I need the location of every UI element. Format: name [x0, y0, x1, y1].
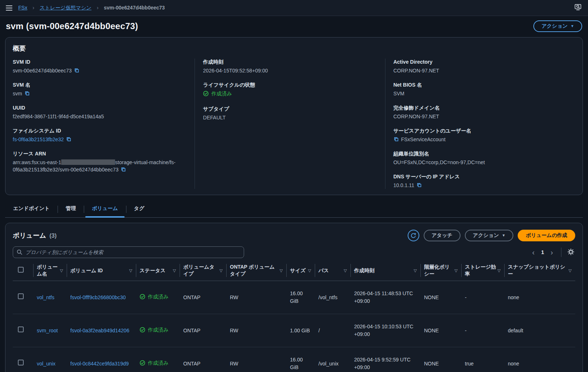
column-header-path: パス [318, 267, 329, 274]
status-badge: 作成済み [140, 359, 168, 367]
copy-icon[interactable] [121, 167, 126, 172]
column-header-size: サイズ [290, 267, 306, 274]
sort-icon[interactable]: ▽ [308, 267, 311, 274]
table-settings-button[interactable] [567, 248, 575, 257]
tab-tags[interactable]: タグ [126, 201, 153, 217]
created-cell: 2026-04-15 9:52:59 UTC +09:00 [350, 347, 420, 372]
sort-icon[interactable]: ▽ [569, 267, 572, 274]
table-header-row: ボリューム名▽ ボリューム ID▽ ステータス▽ ボリュームタイプ▽ ONTAP… [13, 260, 575, 281]
check-circle-icon [140, 327, 145, 333]
next-page-button[interactable]: › [548, 249, 556, 256]
redaction-box [61, 159, 115, 165]
ontap-type-cell: RW [226, 281, 286, 314]
screen-search-icon[interactable] [574, 3, 582, 13]
column-header-name: ボリューム名 [37, 264, 59, 277]
tab-volumes[interactable]: ボリューム [84, 201, 126, 217]
create-volume-button[interactable]: ボリュームの作成 [518, 230, 575, 241]
efficiency-cell: true [461, 347, 504, 372]
top-navigation-bar: FSx › ストレージ仮想マシン › svm-00e6247d4bb0eec73 [0, 0, 588, 16]
check-circle-icon [140, 360, 145, 366]
sort-icon[interactable]: ▽ [455, 267, 458, 274]
field-service-account: サービスアカウントのユーザー名 FSxServiceAccount [393, 127, 567, 143]
select-all-checkbox[interactable] [18, 267, 24, 273]
refresh-button[interactable] [408, 230, 419, 241]
field-dns-ip: DNS サーバーの IP アドレス 10.0.1.11 [393, 173, 567, 189]
row-checkbox[interactable] [18, 327, 24, 332]
row-checkbox[interactable] [18, 293, 24, 299]
current-page-number[interactable]: 1 [539, 249, 546, 255]
overview-column-2: 作成時刻 2026-04-15T09:52:58+09:00 ライフサイクルの状… [195, 59, 385, 189]
check-circle-icon [140, 294, 145, 300]
attach-button[interactable]: アタッチ [424, 230, 460, 241]
sort-icon[interactable]: ▽ [60, 267, 63, 274]
search-icon [16, 249, 23, 257]
size-cell: 16.00 GiB [286, 281, 315, 314]
volume-id-link[interactable]: fsvol-0c8442ce9fda319d9 [70, 361, 129, 367]
column-header-ontap-type: ONTAP ボリュームタイプ [230, 264, 278, 277]
created-cell: 2026-04-15 10:10:53 UTC +09:00 [350, 314, 420, 347]
volume-actions-button[interactable]: アクション ▼ [465, 230, 514, 241]
volume-name-link[interactable]: vol_unix [37, 361, 55, 367]
size-cell: 16.00 GiB [286, 347, 315, 372]
field-fqdn: 完全修飾ドメイン名 CORP.NON-97.NET [393, 104, 567, 120]
volume-id-link[interactable]: fsvol-0a3f2eab949d14206 [70, 328, 129, 333]
copy-icon[interactable] [416, 182, 422, 188]
field-resource-arn: リソース ARN arn:aws:fsx:us-east-1storage-vi… [13, 150, 186, 173]
created-cell: 2026-04-15 11:48:53 UTC +09:00 [350, 281, 420, 314]
sort-icon[interactable]: ▽ [220, 267, 223, 274]
tiering-cell: NONE [420, 314, 461, 347]
path-cell: /vol_ntfs [315, 281, 350, 314]
volume-search-input[interactable] [13, 246, 244, 258]
volume-type-cell: ONTAP [180, 281, 226, 314]
tiering-cell: NONE [420, 281, 461, 314]
overview-column-1: SVM ID svm-00e6247d4bb0eec73 SVM 名 svm U… [13, 59, 195, 189]
path-cell: / [315, 314, 350, 347]
hamburger-menu-icon[interactable] [6, 5, 12, 11]
copy-icon[interactable] [74, 68, 79, 73]
filesystem-id-link[interactable]: fs-0f6a3b21513fb2e32 [13, 136, 64, 142]
sort-icon[interactable]: ▽ [173, 267, 176, 274]
column-header-snapshot-policy: スナップショットポリシー [508, 264, 567, 277]
volume-id-link[interactable]: fsvol-0fff9cb266800bc30 [70, 294, 126, 300]
volume-name-link[interactable]: svm_root [37, 328, 58, 333]
copy-icon[interactable] [393, 136, 399, 142]
row-checkbox[interactable] [18, 360, 24, 365]
column-header-id: ボリューム ID [70, 267, 103, 274]
sort-icon[interactable]: ▽ [129, 267, 132, 274]
overview-panel: 概要 SVM ID svm-00e6247d4bb0eec73 SVM 名 sv… [5, 37, 583, 195]
breadcrumb: FSx › ストレージ仮想マシン › svm-00e6247d4bb0eec73 [18, 4, 165, 11]
divider [561, 248, 561, 257]
volume-name-link[interactable]: vol_ntfs [37, 294, 54, 300]
volumes-count: (3) [50, 233, 57, 239]
column-header-status: ステータス [140, 267, 165, 274]
tab-endpoints[interactable]: エンドポイント [5, 201, 58, 217]
page-actions-button[interactable]: アクション ▼ [533, 20, 582, 32]
sort-icon[interactable]: ▽ [414, 267, 417, 274]
tab-administration[interactable]: 管理 [58, 201, 84, 217]
sort-icon[interactable]: ▽ [498, 267, 501, 274]
gear-icon [567, 248, 575, 256]
path-cell: /vol_unix [315, 347, 350, 372]
field-svm-name: SVM 名 svm [13, 82, 186, 97]
sort-icon[interactable]: ▽ [344, 267, 347, 274]
snapshot-policy-cell: default [504, 314, 575, 347]
breadcrumb-storage-vm-link[interactable]: ストレージ仮想マシン [40, 5, 91, 11]
column-header-tiering: 階層化ポリシー [424, 264, 453, 277]
previous-page-button[interactable]: ‹ [529, 249, 538, 256]
breadcrumb-current-page: svm-00e6247d4bb0eec73 [104, 5, 165, 11]
ontap-type-cell: RW [226, 347, 286, 372]
field-organizational-unit: 組織単位識別名 OU=FSxN,DC=corp,DC=non-97,DC=net [393, 150, 567, 166]
breadcrumb-separator-icon: › [97, 4, 99, 11]
tiering-cell: NONE [420, 347, 461, 372]
volumes-title: ボリューム (3) [13, 231, 56, 240]
copy-icon[interactable] [66, 136, 71, 142]
overview-column-3: Active Directory CORP.NON-97.NET Net BIO… [385, 59, 575, 189]
volume-type-cell: ONTAP [180, 314, 226, 347]
check-circle-icon [203, 91, 209, 96]
copy-icon[interactable] [24, 91, 30, 96]
breadcrumb-fsx-link[interactable]: FSx [18, 5, 27, 11]
volume-type-cell: ONTAP [180, 347, 226, 372]
snapshot-policy-cell: none [504, 347, 575, 372]
sort-icon[interactable]: ▽ [280, 267, 283, 274]
breadcrumb-separator-icon: › [32, 4, 34, 11]
